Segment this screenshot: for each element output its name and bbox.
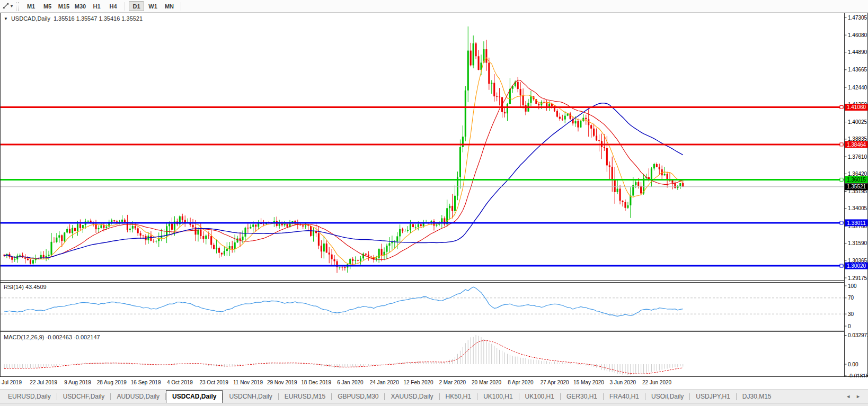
chart-tab-bar: EURUSD,DailyUSDCHF,DailyAUDUSD,DailyUSDC… (0, 390, 868, 403)
status-strip (0, 403, 868, 406)
collapse-triangle-icon[interactable]: ▼ (4, 16, 8, 21)
level-endpoint-marker (840, 221, 843, 224)
toolbar-separator (181, 2, 181, 11)
price-axis-tick: 1.31590 (848, 240, 867, 246)
chart-tab-hk50-h1[interactable]: HK50,H1 (440, 390, 477, 403)
macd-axis-tick: 0.032972 (848, 332, 868, 338)
rsi-axis-tick: 100 (848, 283, 857, 289)
chart-tabs: EURUSD,DailyUSDCHF,DailyAUDUSD,DailyUSDC… (0, 390, 838, 403)
price-axis-tick: 1.46080 (848, 32, 867, 38)
mt4-app: ▾ M1M5M15M30H1H4D1W1MN 1.473051.460801.4… (0, 0, 868, 406)
top-toolbar: ▾ M1M5M15M30H1H4D1W1MN (0, 0, 868, 13)
rsi-layer (4, 287, 683, 316)
date-label: 20 Mar 2020 (472, 380, 501, 385)
date-label: 6 Jan 2020 (337, 380, 364, 385)
chart-tab-eurusd-daily[interactable]: EURUSD,Daily (2, 390, 57, 403)
chart-title: ▼ USDCAD,Daily 1.35516 1.35547 1.35416 1… (4, 15, 143, 22)
level-price-label: 1.36015 (847, 177, 866, 183)
toolbar-separator (125, 2, 125, 11)
macd-signal-line (4, 340, 683, 374)
price-axis-tick: 1.44890 (848, 49, 867, 55)
timeframe-button-m30[interactable]: M30 (73, 1, 88, 11)
chart-tab-dj30-m15[interactable]: DJ30,M15 (737, 390, 777, 403)
macd-layer (4, 335, 683, 375)
date-label: 22 Jul 2019 (30, 380, 57, 385)
level-price-label: 1.35521 (847, 184, 866, 190)
date-label: 22 Jun 2020 (642, 380, 671, 385)
date-label: 29 Nov 2019 (267, 380, 297, 385)
chart-window: 1.473051.460801.448901.436651.424401.412… (0, 13, 868, 390)
level-price-label: 1.38464 (847, 142, 866, 148)
date-label: 15 May 2020 (573, 380, 604, 385)
price-axis-tick: 1.36420 (848, 171, 867, 177)
price-axis-tick: 1.47305 (848, 15, 867, 21)
chart-symbol-label: USDCAD,Daily (11, 15, 50, 22)
date-label: 3 Jul 2019 (0, 380, 22, 385)
tool-dropdown-caret-icon[interactable]: ▾ (11, 4, 13, 8)
rsi-indicator-label: RSI(14) 43.4509 (4, 284, 47, 290)
date-label: 8 Apr 2020 (508, 380, 533, 385)
date-label: 24 Jan 2020 (370, 380, 399, 385)
level-price-label: 1.41060 (847, 104, 866, 110)
price-axis-tick: 1.37610 (848, 154, 867, 160)
macd-axis-tick: -0.018154 (848, 373, 868, 378)
date-label: 11 Nov 2019 (233, 380, 263, 385)
date-axis: 3 Jul 201922 Jul 20199 Aug 201928 Aug 20… (0, 377, 844, 390)
chart-tab-usoil-daily[interactable]: USOil,Daily (645, 390, 689, 403)
price-axis-tick: 1.34005 (848, 205, 867, 211)
rsi-axis-tick: 30 (848, 311, 854, 317)
tab-scroll-left-button[interactable]: ◄ (846, 394, 851, 399)
timeframe-button-m15[interactable]: M15 (56, 1, 72, 11)
chart-tab-eurusd-m15[interactable]: EURUSD,M15 (279, 390, 331, 403)
level-price-label: 1.30020 (847, 263, 866, 269)
tab-scroll-right-button[interactable]: ► (856, 394, 861, 399)
chart-tab-ger30-h1[interactable]: GER30,H1 (561, 390, 603, 403)
cursor-tool-group[interactable]: ▾ (0, 2, 14, 11)
chart-ohlc-values: 1.35516 1.35547 1.35416 1.35521 (54, 15, 143, 22)
timeframe-button-h1[interactable]: H1 (89, 1, 104, 11)
price-chart-svg[interactable]: 1.473051.460801.448901.436651.424401.412… (0, 13, 868, 377)
timeframe-button-d1[interactable]: D1 (129, 1, 144, 11)
chart-tab-fra40-h1[interactable]: FRA40,H1 (604, 390, 645, 403)
timeframe-button-h4[interactable]: H4 (105, 1, 121, 11)
macd-axis-tick: 0.00 (848, 362, 858, 367)
rsi-axis-tick: 0 (848, 323, 851, 329)
date-label: 3 Jun 2020 (610, 380, 636, 385)
level-endpoint-marker (840, 264, 843, 267)
level-endpoint-marker (840, 105, 843, 109)
rsi-line (4, 287, 683, 316)
chart-tab-uk100-h1[interactable]: UK100,H1 (519, 390, 560, 403)
chart-tab-audusd-daily[interactable]: AUDUSD,Daily (111, 390, 165, 403)
timeframe-button-m5[interactable]: M5 (40, 1, 55, 11)
date-label: 16 Sep 2019 (131, 380, 161, 385)
level-endpoint-marker (840, 143, 843, 146)
chart-tab-usdcad-daily[interactable]: USDCAD,Daily (166, 390, 223, 403)
date-label: 18 Dec 2019 (301, 380, 331, 385)
price-axis-tick: 1.40025 (848, 119, 867, 125)
candles-layer (3, 26, 684, 273)
macd-indicator-label: MACD(12,26,9) -0.002463 -0.002147 (4, 334, 100, 340)
timeframe-button-w1[interactable]: W1 (145, 1, 161, 11)
chart-tab-usdjpy-h1[interactable]: USDJPY,H1 (690, 390, 736, 403)
date-label: 28 Aug 2019 (97, 380, 127, 385)
toolbar-grip[interactable] (16, 2, 19, 11)
level-price-label: 1.33011 (847, 220, 866, 226)
date-label: 2 Mar 2020 (439, 380, 466, 385)
timeframe-button-group: M1M5M15M30H1H4D1W1MN (23, 1, 184, 11)
ma-fast-line (4, 58, 683, 265)
chart-tab-usdchf-daily[interactable]: USDCHF,Daily (57, 390, 111, 403)
price-axis-tick: 1.43665 (848, 67, 867, 73)
chart-tab-xauusd-daily[interactable]: XAUUSD,Daily (385, 390, 439, 403)
timeframe-button-m1[interactable]: M1 (23, 1, 39, 11)
chart-tab-gbpusd-m30[interactable]: GBPUSD,M30 (332, 390, 384, 403)
price-axis-tick: 1.29175 (848, 275, 867, 281)
chart-tab-usdcnh-daily[interactable]: USDCNH,Daily (223, 390, 278, 403)
chart-tab-uk100-h1[interactable]: UK100,H1 (477, 390, 518, 403)
level-endpoint-marker (840, 178, 843, 181)
timeframe-button-mn[interactable]: MN (162, 1, 177, 11)
date-label: 23 Oct 2019 (199, 380, 228, 385)
rsi-axis-tick: 70 (848, 295, 854, 301)
tab-scroll-controls: ◄ ► (838, 390, 868, 403)
diagonal-arrow-icon[interactable] (2, 2, 10, 11)
date-label: 27 Apr 2020 (541, 380, 569, 385)
